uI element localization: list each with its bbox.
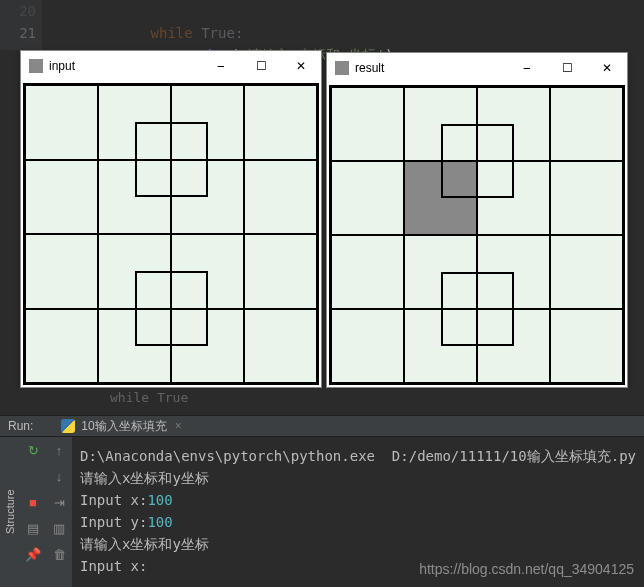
- minimize-button[interactable]: ‒: [201, 52, 241, 80]
- run-tab[interactable]: 10输入坐标填充: [81, 418, 166, 435]
- layout-button[interactable]: ▤: [20, 515, 46, 541]
- trash-button[interactable]: 🗑: [46, 541, 72, 567]
- console-line: 请输入x坐标和y坐标: [80, 536, 209, 552]
- code-editor[interactable]: 20 21 22 while True: print('请输入x坐标和y坐标')…: [0, 0, 644, 50]
- maximize-button[interactable]: ☐: [547, 54, 587, 82]
- titlebar[interactable]: input ‒ ☐ ✕: [21, 51, 321, 81]
- console-prompt: Input y:: [80, 514, 147, 530]
- scroll-button[interactable]: ▥: [46, 515, 72, 541]
- canvas-input: [23, 83, 319, 385]
- rerun-button[interactable]: ↻: [20, 437, 46, 463]
- titlebar[interactable]: result ‒ ☐ ✕: [327, 53, 627, 83]
- tab-close-icon[interactable]: ×: [175, 419, 182, 433]
- maximize-button[interactable]: ☐: [241, 52, 281, 80]
- minimize-button[interactable]: ‒: [507, 54, 547, 82]
- line-gutter: 20 21 22: [0, 0, 42, 50]
- softwrap-button[interactable]: ⇥: [46, 489, 72, 515]
- keyword: while: [151, 25, 193, 41]
- app-icon: [29, 59, 43, 73]
- user-input: 100: [147, 514, 172, 530]
- window-input[interactable]: input ‒ ☐ ✕: [20, 50, 322, 388]
- stop-button[interactable]: ■: [20, 489, 46, 515]
- console-line: D:\Anaconda\envs\pytorch\python.exe D:/d…: [80, 448, 636, 464]
- inner-box: [135, 122, 208, 197]
- close-button[interactable]: ✕: [587, 54, 627, 82]
- structure-tab[interactable]: Structure: [0, 437, 20, 587]
- console-prompt: Input x:: [80, 558, 147, 574]
- inner-box: [135, 271, 208, 346]
- app-icon: [335, 61, 349, 75]
- line-number: 21: [0, 22, 36, 44]
- breadcrumb-context: while True: [0, 388, 644, 408]
- canvas-result: [329, 85, 625, 385]
- watermark: https://blog.csdn.net/qq_34904125: [419, 561, 634, 577]
- inner-box: [441, 272, 514, 346]
- close-button[interactable]: ✕: [281, 52, 321, 80]
- window-title: input: [49, 59, 75, 73]
- code-text: True:: [193, 25, 244, 41]
- up-button[interactable]: ↑: [46, 437, 72, 463]
- console-prompt: Input x:: [80, 492, 147, 508]
- window-result[interactable]: result ‒ ☐ ✕: [326, 52, 628, 388]
- user-input: 100: [147, 492, 172, 508]
- pin-button[interactable]: 📌: [20, 541, 46, 567]
- console-line: 请输入x坐标和y坐标: [80, 470, 209, 486]
- line-number: 20: [0, 0, 36, 22]
- window-title: result: [355, 61, 384, 75]
- inner-box: [441, 124, 514, 198]
- console-gutter: ↻↑ ↓ ■⇥ ▤▥ 📌🗑: [20, 437, 72, 587]
- run-toolbar: Run: 10输入坐标填充 ×: [0, 415, 644, 437]
- run-label: Run:: [8, 419, 33, 433]
- spacer: [20, 463, 46, 489]
- python-icon: [61, 419, 75, 433]
- down-button[interactable]: ↓: [46, 463, 72, 489]
